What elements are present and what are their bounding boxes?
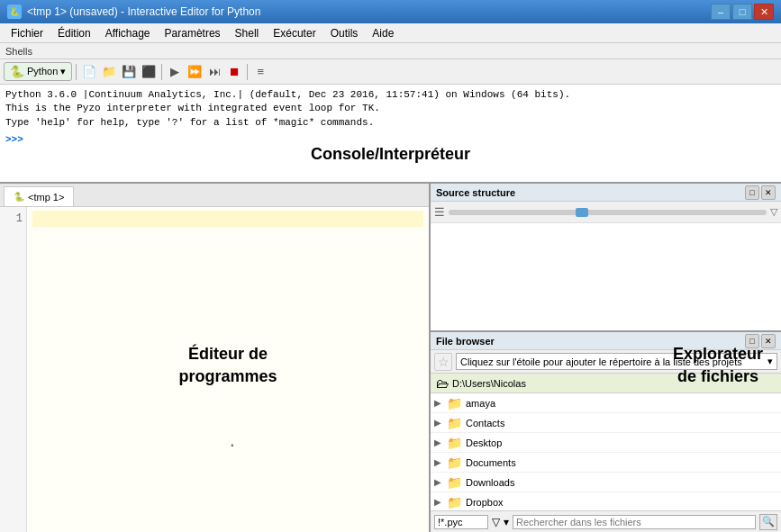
console-line-3: Type 'help' for help, type '?' for a lis… (5, 116, 776, 130)
editor-content: 1 Éditeur deprogrammes . (0, 207, 429, 532)
filter-arrow: ▾ (504, 516, 509, 528)
menu-aide[interactable]: Aide (365, 23, 401, 42)
close-button[interactable]: ✕ (754, 4, 774, 20)
file-row-name: Contacts (466, 418, 504, 428)
file-list: ▶ 📁 amaya ▶ 📁 Contacts ▶ 📁 Desktop ▶ 📁 D… (431, 393, 781, 510)
menu-bar: Fichier Édition Affichage Paramètres She… (0, 23, 781, 43)
open-file-button[interactable]: 📁 (100, 63, 118, 81)
close-file-button[interactable]: ⬛ (140, 63, 158, 81)
python-selector-button[interactable]: 🐍 Python ▾ (4, 62, 72, 81)
toolbar-separator-1 (76, 64, 77, 80)
current-path-folder-icon: 🗁 (436, 376, 449, 391)
file-browser-title: File browser (436, 336, 495, 347)
run-line-button[interactable]: ⏭ (205, 63, 223, 81)
source-structure-panel: Source structure □ ✕ ☰ ▽ (431, 184, 781, 332)
file-filter-input[interactable] (434, 515, 488, 529)
menu-executer[interactable]: Exécuter (266, 23, 322, 42)
list-item[interactable]: ▶ 📁 Dropbox (431, 492, 781, 510)
file-row-name: amaya (466, 398, 495, 409)
file-row-arrow: ▶ (434, 457, 443, 467)
file-browser-square-button[interactable]: □ (745, 334, 759, 348)
list-item[interactable]: ▶ 📁 Contacts (431, 413, 781, 433)
editor-dot: . (228, 435, 237, 451)
new-file-button[interactable]: 📄 (80, 63, 98, 81)
file-row-name: Documents (466, 457, 516, 468)
source-structure-filter-icon[interactable]: ▽ (770, 206, 777, 218)
add-to-projects-label: Cliquez sur l'étoile pour ajouter le rép… (460, 356, 742, 367)
save-file-button[interactable]: 💾 (120, 63, 138, 81)
run-button[interactable]: ▶ (166, 63, 184, 81)
run-cell-button[interactable]: ⏩ (186, 63, 204, 81)
filter-icon: ▽ (492, 516, 500, 528)
file-browser-close-button[interactable]: ✕ (761, 334, 776, 348)
editor-tab-tmp1[interactable]: 🐍 <tmp 1> (4, 186, 74, 206)
title-text: <tmp 1> (unsaved) - Interactive Editor f… (27, 5, 260, 18)
file-row-name: Desktop (466, 437, 502, 448)
tab-label: <tmp 1> (28, 192, 64, 203)
star-button[interactable]: ☆ (434, 353, 452, 371)
file-row-name: Downloads (466, 477, 514, 488)
source-structure-title: Source structure (436, 187, 515, 198)
source-structure-toolbar: ☰ ▽ (431, 202, 781, 223)
source-structure-slider[interactable] (449, 210, 767, 215)
file-row-arrow: ▶ (434, 437, 443, 447)
editor-tabs: 🐍 <tmp 1> (0, 184, 429, 207)
menu-affichage[interactable]: Affichage (98, 23, 158, 42)
shells-label: Shells (0, 43, 781, 59)
console-line-1: Python 3.6.0 |Continuum Analytics, Inc.|… (5, 88, 776, 102)
add-to-projects-button[interactable]: Cliquez sur l'étoile pour ajouter le rép… (456, 353, 777, 370)
bottom-layout: 🐍 <tmp 1> 1 Éditeur deprogrammes . (0, 184, 781, 532)
title-bar: 🐍 <tmp 1> (unsaved) - Interactive Editor… (0, 0, 781, 23)
file-row-arrow: ▶ (434, 477, 443, 487)
list-item[interactable]: ▶ 📁 Documents (431, 453, 781, 473)
console-area[interactable]: Python 3.6.0 |Continuum Analytics, Inc.|… (0, 85, 781, 184)
folder-icon: 📁 (447, 436, 462, 450)
add-to-projects-arrow: ▾ (767, 356, 773, 367)
python-label: Python ▾ (27, 66, 66, 77)
source-structure-close-button[interactable]: ✕ (761, 185, 776, 200)
source-structure-header: Source structure □ ✕ (431, 184, 781, 202)
file-browser-buttons: □ ✕ (745, 334, 776, 348)
console-line-2: This is the Pyzo interpreter with integr… (5, 102, 776, 115)
list-item[interactable]: ▶ 📁 amaya (431, 393, 781, 413)
extra-button[interactable]: ≡ (251, 63, 269, 81)
folder-icon: 📁 (447, 396, 462, 410)
file-row-name: Dropbox (466, 497, 504, 508)
file-browser-header: File browser □ ✕ (431, 332, 781, 350)
title-controls: – □ ✕ (711, 4, 774, 20)
line-numbers: 1 (0, 207, 27, 532)
source-structure-square-button[interactable]: □ (745, 185, 759, 200)
folder-icon: 📁 (447, 455, 462, 470)
main-layout: Python 3.6.0 |Continuum Analytics, Inc.|… (0, 85, 781, 532)
list-item[interactable]: ▶ 📁 Desktop (431, 433, 781, 453)
menu-parametres[interactable]: Paramètres (158, 23, 228, 42)
maximize-button[interactable]: □ (732, 4, 752, 20)
editor-code-area[interactable]: Éditeur deprogrammes . (27, 207, 429, 532)
file-row-arrow: ▶ (434, 497, 443, 507)
toolbar: 🐍 Python ▾ 📄 📁 💾 ⬛ ▶ ⏩ ⏭ ⏹ ≡ (0, 59, 781, 85)
file-row-arrow: ▶ (434, 418, 443, 428)
title-bar-left: 🐍 <tmp 1> (unsaved) - Interactive Editor… (7, 5, 260, 19)
file-filter-bar: ▽ ▾ 🔍 (431, 510, 781, 532)
minimize-button[interactable]: – (711, 4, 731, 20)
line-number-1: 1 (4, 211, 23, 227)
stop-button[interactable]: ⏹ (225, 63, 243, 81)
file-browser-panel: File browser □ ✕ ☆ Cliquez sur l'étoile … (431, 332, 781, 532)
tab-icon: 🐍 (14, 192, 24, 202)
list-item[interactable]: ▶ 📁 Downloads (431, 473, 781, 492)
menu-outils[interactable]: Outils (323, 23, 366, 42)
file-search-button[interactable]: 🔍 (759, 514, 777, 530)
file-search-input[interactable] (513, 515, 756, 529)
file-row-arrow: ▶ (434, 398, 443, 408)
app-icon: 🐍 (7, 5, 22, 19)
menu-edition[interactable]: Édition (50, 23, 98, 42)
folder-icon: 📁 (447, 475, 462, 490)
editor-label: Éditeur deprogrammes (178, 342, 277, 387)
menu-shell[interactable]: Shell (228, 23, 267, 42)
toolbar-separator-2 (161, 64, 162, 80)
editor-panel: 🐍 <tmp 1> 1 Éditeur deprogrammes . (0, 184, 431, 532)
menu-fichier[interactable]: Fichier (4, 23, 50, 42)
current-path-text: D:\Users\Nicolas (452, 378, 526, 389)
toolbar-separator-3 (247, 64, 248, 80)
file-browser-toolbar: ☆ Cliquez sur l'étoile pour ajouter le r… (431, 350, 781, 374)
